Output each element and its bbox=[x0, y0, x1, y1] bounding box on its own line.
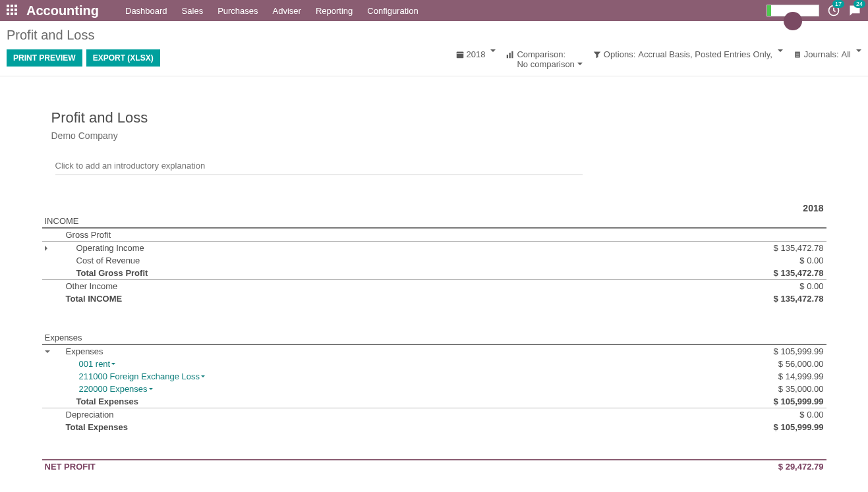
depreciation-row[interactable]: Depreciation bbox=[53, 408, 623, 422]
operating-income-amount: $ 135,472.78 bbox=[623, 242, 826, 255]
print-preview-button[interactable]: Print Preview bbox=[7, 49, 82, 67]
filter-options[interactable]: Options: Accrual Basis, Posted Entries O… bbox=[593, 49, 783, 59]
nav-purchases[interactable]: Purchases bbox=[217, 6, 258, 16]
account-220000-amount: $ 35,000.00 bbox=[623, 383, 826, 395]
journals-value: All bbox=[842, 49, 851, 59]
total-gross-profit-amount: $ 135,472.78 bbox=[623, 267, 826, 280]
filter-date[interactable]: 2018 bbox=[456, 49, 496, 59]
options-value: Accrual Basis, Posted Entries Only, bbox=[638, 49, 772, 59]
other-income-row[interactable]: Other Income bbox=[53, 280, 623, 293]
nav-adviser[interactable]: Adviser bbox=[273, 6, 301, 16]
chart-icon bbox=[506, 51, 514, 59]
cost-revenue-row[interactable]: Cost of Revenue bbox=[53, 254, 623, 267]
total-expenses-row: Total Expenses bbox=[53, 421, 623, 433]
svg-rect-1 bbox=[456, 52, 463, 59]
svg-rect-2 bbox=[507, 55, 508, 58]
breadcrumb-title: Profit and Loss bbox=[7, 28, 861, 43]
report-company: Demo Company bbox=[51, 130, 826, 141]
clock-badge: 17 bbox=[832, 0, 844, 8]
comparison-label: Comparison: bbox=[517, 49, 565, 59]
intro-explanation-input[interactable] bbox=[55, 157, 583, 175]
export-xlsx-button[interactable]: Export (XLSX) bbox=[86, 49, 160, 67]
messages-icon[interactable]: 24 bbox=[848, 4, 861, 17]
caret-right-icon[interactable] bbox=[45, 243, 50, 253]
svg-rect-4 bbox=[512, 51, 513, 59]
account-001-amount: $ 56,000.00 bbox=[623, 358, 826, 370]
caret-down-icon[interactable] bbox=[45, 346, 50, 356]
topbar: Accounting Dashboard Sales Purchases Adv… bbox=[0, 0, 868, 21]
total-expenses-inner-row: Total Expenses bbox=[53, 395, 623, 408]
comparison-value: No comparison bbox=[517, 59, 582, 69]
control-panel: Profit and Loss Print Preview Export (XL… bbox=[0, 21, 868, 76]
apps-icon[interactable] bbox=[7, 5, 18, 16]
account-001-rent-link[interactable]: 001 rent bbox=[79, 359, 116, 369]
calendar-icon bbox=[456, 51, 464, 59]
top-nav: Dashboard Sales Purchases Adviser Report… bbox=[125, 6, 419, 16]
income-section-label: INCOME bbox=[42, 215, 826, 228]
gross-profit-row[interactable]: Gross Profit bbox=[53, 228, 623, 242]
filters-bar: 2018 Comparison: No comparison Options: … bbox=[456, 49, 862, 69]
total-expenses-inner-amount: $ 105,999.99 bbox=[623, 395, 826, 408]
filter-date-value: 2018 bbox=[467, 49, 486, 59]
brand-title[interactable]: Accounting bbox=[26, 3, 99, 18]
expenses-section-label: Expenses bbox=[42, 331, 826, 344]
nav-reporting[interactable]: Reporting bbox=[316, 6, 353, 16]
net-profit-amount: $ 29,472.79 bbox=[623, 460, 826, 473]
clock-icon[interactable]: 17 bbox=[827, 4, 840, 17]
year-column-header: 2018 bbox=[623, 202, 826, 215]
options-label: Options: bbox=[604, 49, 635, 59]
topbar-right: 17 24 bbox=[767, 4, 861, 17]
svg-rect-3 bbox=[509, 53, 511, 58]
account-211000-link[interactable]: 211000 Foreign Exchange Loss bbox=[79, 371, 206, 381]
filter-journals[interactable]: Journals: All bbox=[794, 49, 861, 59]
filter-icon bbox=[593, 51, 601, 59]
total-expenses-amount: $ 105,999.99 bbox=[623, 421, 826, 433]
report-area: Profit and Loss Demo Company 2018 INCOME… bbox=[42, 90, 826, 492]
total-income-row: Total INCOME bbox=[53, 292, 623, 305]
account-211000-amount: $ 14,999.99 bbox=[623, 370, 826, 383]
net-profit-label: NET PROFIT bbox=[42, 460, 623, 473]
nav-sales[interactable]: Sales bbox=[182, 6, 204, 16]
nav-configuration[interactable]: Configuration bbox=[367, 6, 418, 16]
report-title: Profit and Loss bbox=[51, 109, 826, 130]
nav-dashboard[interactable]: Dashboard bbox=[125, 6, 167, 16]
expenses-group-amount: $ 105,999.99 bbox=[623, 344, 826, 358]
messages-badge: 24 bbox=[854, 0, 865, 8]
expenses-group-row[interactable]: Expenses bbox=[53, 344, 623, 358]
report-table: 2018 INCOME Gross Profit Operating Incom… bbox=[42, 202, 826, 473]
operating-income-row[interactable]: Operating Income bbox=[53, 242, 623, 255]
filter-comparison[interactable]: Comparison: No comparison bbox=[506, 49, 582, 69]
total-income-amount: $ 135,472.78 bbox=[623, 292, 826, 305]
cost-revenue-amount: $ 0.00 bbox=[623, 254, 826, 267]
journals-icon bbox=[794, 51, 801, 59]
depreciation-amount: $ 0.00 bbox=[623, 408, 826, 422]
account-220000-link[interactable]: 220000 Expenses bbox=[79, 384, 153, 394]
other-income-amount: $ 0.00 bbox=[623, 280, 826, 293]
total-gross-profit-row: Total Gross Profit bbox=[53, 267, 623, 280]
avatar-icon[interactable] bbox=[784, 12, 802, 30]
journals-label: Journals: bbox=[804, 49, 839, 59]
